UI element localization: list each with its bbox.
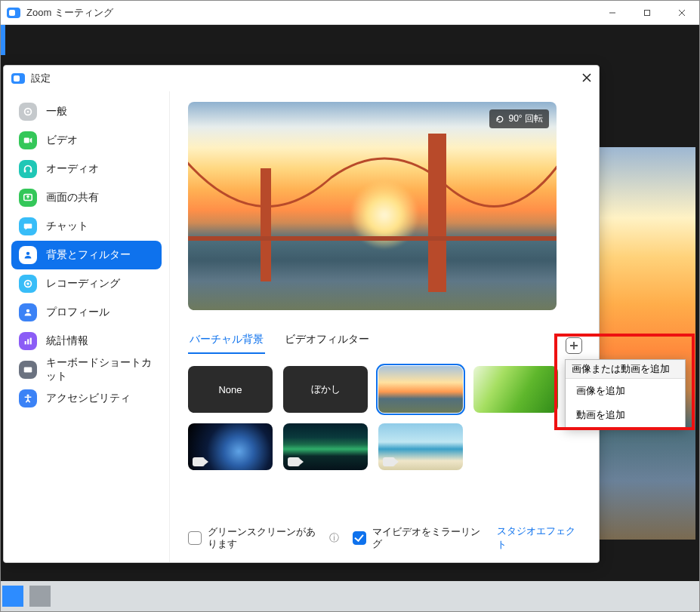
svg-rect-14	[24, 368, 32, 373]
greenscreen-option[interactable]: グリーンスクリーンがあります ⓘ	[188, 526, 339, 549]
svg-rect-12	[27, 339, 29, 344]
tab-virtual-background[interactable]: バーチャル背景	[188, 331, 265, 354]
bg-thumb-none[interactable]: None	[188, 366, 273, 413]
sidebar-item-label: プロフィール	[46, 306, 109, 319]
bg-thumb-grass[interactable]	[473, 366, 558, 413]
chat-icon	[19, 217, 37, 235]
mirror-checkbox[interactable]	[353, 531, 366, 545]
greenscreen-checkbox[interactable]	[188, 531, 202, 545]
sidebar-item-label: 統計情報	[46, 334, 88, 348]
svg-rect-0	[645, 10, 650, 15]
sidebar-item-label: オーディオ	[46, 162, 99, 176]
headphones-icon	[19, 160, 37, 178]
filter-tabs: バーチャル背景 ビデオフィルター	[188, 331, 581, 354]
bg-thumb-beach[interactable]	[378, 423, 463, 470]
sidebar-item-keyboard-shortcuts[interactable]: キーボードショートカット	[11, 355, 162, 384]
video-badge-icon	[383, 457, 395, 466]
profile-icon	[19, 303, 37, 321]
window-minimize-button[interactable]	[595, 1, 630, 25]
sidebar-item-general[interactable]: 一般	[11, 97, 162, 126]
record-icon	[19, 275, 37, 293]
background-options: グリーンスクリーンがあります ⓘ マイビデオをミラーリング スタジオエフェクト	[188, 524, 581, 552]
menu-item-add-video[interactable]: 動画を追加	[566, 403, 685, 427]
sidebar-item-label: アクセシビリティ	[46, 392, 131, 405]
thumb-label: None	[218, 384, 242, 395]
sidebar-item-video[interactable]: ビデオ	[11, 126, 162, 155]
settings-title: 設定	[31, 72, 51, 85]
mirror-label: マイビデオをミラーリング	[372, 526, 483, 549]
video-badge-icon	[193, 457, 205, 466]
taskbar	[1, 581, 699, 611]
svg-rect-5	[30, 170, 32, 173]
bg-thumb-earth[interactable]	[188, 423, 273, 470]
menu-item-add-image[interactable]: 画像を追加	[566, 379, 685, 403]
sidebar-item-label: ビデオ	[46, 134, 78, 147]
sidebar-item-accessibility[interactable]: アクセシビリティ	[11, 384, 162, 413]
svg-point-15	[26, 394, 29, 396]
sidebar-item-statistics[interactable]: 統計情報	[11, 327, 162, 355]
studio-effects-link[interactable]: スタジオエフェクト	[497, 524, 581, 552]
sidebar-item-chat[interactable]: チャット	[11, 212, 162, 241]
taskbar-app-icon[interactable]	[29, 586, 51, 607]
thumb-label: ぼかし	[311, 383, 341, 396]
sidebar-item-audio[interactable]: オーディオ	[11, 155, 162, 183]
share-screen-icon	[19, 189, 37, 207]
help-icon[interactable]: ⓘ	[329, 532, 339, 544]
keyboard-icon	[19, 361, 37, 379]
greenscreen-label: グリーンスクリーンがあります	[208, 526, 323, 549]
window-accent-strip	[1, 25, 5, 55]
sidebar-item-share-screen[interactable]: 画面の共有	[11, 183, 162, 212]
bg-thumb-blur[interactable]: ぼかし	[283, 366, 368, 413]
rotate-90-button[interactable]: 90° 回転	[489, 109, 549, 128]
sidebar-item-label: レコーディング	[46, 277, 120, 291]
add-background-menu: 画像または動画を追加 画像を追加 動画を追加	[565, 359, 686, 428]
bg-thumb-aurora[interactable]	[283, 423, 368, 470]
bg-thumb-bridge[interactable]	[378, 366, 463, 413]
svg-rect-13	[30, 338, 32, 345]
settings-dialog: 設定 一般 ビデオ オーディオ 画面の共有	[3, 65, 600, 563]
settings-close-button[interactable]	[582, 72, 591, 85]
zoom-logo-icon	[11, 73, 25, 84]
tab-video-filter[interactable]: ビデオフィルター	[283, 331, 371, 354]
video-icon	[19, 131, 37, 149]
sidebar-item-recording[interactable]: レコーディング	[11, 269, 162, 298]
gear-icon	[19, 103, 37, 121]
sidebar-item-label: チャット	[46, 220, 88, 233]
sidebar-item-label: キーボードショートカット	[46, 356, 154, 383]
sidebar-item-label: 背景とフィルター	[46, 248, 131, 262]
settings-sidebar: 一般 ビデオ オーディオ 画面の共有 チャット 背景とフィルター	[4, 91, 170, 562]
zoom-window-title: Zoom ミーティング	[26, 6, 113, 20]
zoom-logo-icon	[7, 8, 20, 18]
svg-rect-11	[25, 341, 26, 344]
mirror-option[interactable]: マイビデオをミラーリング	[353, 526, 483, 549]
person-icon	[19, 246, 37, 264]
accessibility-icon	[19, 389, 37, 407]
add-background-button[interactable]	[566, 337, 582, 354]
zoom-titlebar: Zoom ミーティング	[1, 1, 699, 25]
sidebar-item-label: 画面の共有	[46, 191, 99, 205]
svg-point-10	[26, 309, 29, 312]
window-close-button[interactable]	[665, 1, 699, 25]
svg-point-7	[26, 252, 29, 255]
background-thumbnails: None ぼかし	[188, 366, 581, 470]
svg-point-9	[26, 282, 29, 285]
svg-point-2	[27, 111, 29, 113]
svg-rect-3	[24, 138, 29, 143]
window-maximize-button[interactable]	[630, 1, 665, 25]
rotate-label: 90° 回転	[509, 112, 543, 125]
svg-rect-4	[24, 170, 26, 173]
bridge-cables-icon	[188, 132, 557, 260]
video-preview: 90° 回転	[188, 102, 557, 310]
settings-titlebar: 設定	[4, 66, 599, 91]
settings-content: 90° 回転 バーチャル背景 ビデオフィルター None ぼかし	[170, 91, 599, 562]
sidebar-item-label: 一般	[46, 105, 67, 118]
taskbar-app-icon[interactable]	[2, 586, 23, 607]
stats-icon	[19, 332, 37, 350]
video-badge-icon	[288, 457, 300, 466]
sidebar-item-profile[interactable]: プロフィール	[11, 298, 162, 327]
sidebar-item-background-filters[interactable]: 背景とフィルター	[11, 241, 162, 269]
rotate-icon	[495, 115, 504, 124]
plus-icon	[569, 341, 578, 350]
add-menu-header: 画像または動画を追加	[566, 360, 685, 379]
